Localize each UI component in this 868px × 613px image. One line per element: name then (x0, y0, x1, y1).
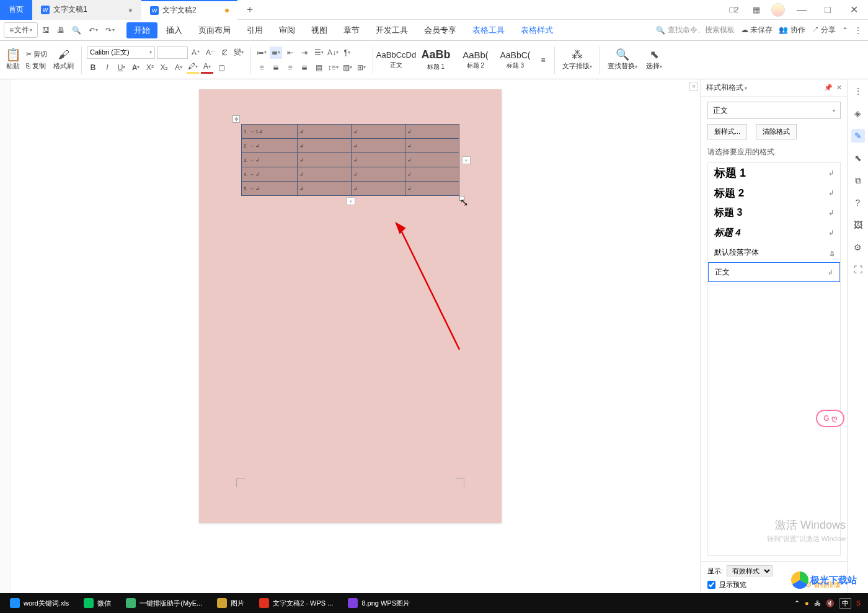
copy-button[interactable]: ⎘ 复制 (26, 61, 47, 71)
style-body[interactable]: AaBbCcDd 正文 (378, 49, 414, 71)
tray-icon[interactable]: S (856, 599, 861, 607)
menutab-devtools[interactable]: 开发工具 (368, 22, 415, 38)
strike-button[interactable]: A̷▾ (130, 61, 142, 74)
menutab-insert[interactable]: 插入 (159, 22, 190, 38)
table-cell[interactable]: ↲ (352, 182, 405, 196)
align-center-button[interactable]: ≣ (270, 61, 282, 74)
table-cell[interactable]: ↲ (405, 153, 459, 167)
tray-icon[interactable]: ● (805, 599, 809, 607)
taskbar-item[interactable]: 图片 (211, 594, 250, 612)
style-item-h1[interactable]: 标题 1↲ (708, 163, 840, 183)
document-table[interactable]: 1. → 1↲↲↲↲ 2. → ↲↲↲↲ 3. → ↲↲↲↲ 4. → ↲↲↲↲… (241, 124, 459, 196)
tab-home[interactable]: 首页 (0, 0, 32, 20)
table-cell[interactable]: 1. → 1↲ (242, 125, 298, 139)
styles-more-button[interactable]: ≡ (537, 54, 549, 66)
subscript-button[interactable]: X₂ (158, 61, 170, 74)
sort-button[interactable]: A↓▾ (327, 46, 339, 59)
border-button[interactable]: ⊞▾ (355, 61, 368, 74)
expand-icon[interactable]: ⛶ (851, 263, 865, 276)
taskbar-item[interactable]: 8.png WPS图片 (342, 594, 416, 612)
clear-format-button[interactable]: 清除格式 (756, 124, 797, 139)
align-left-button[interactable]: ≡ (255, 61, 268, 74)
document-canvas[interactable]: ✥ 1. → 1↲↲↲↲ 2. → ↲↲↲↲ 3. → ↲↲↲↲ 4. → ↲↲… (0, 79, 701, 593)
align-justify-button[interactable]: ≣ (298, 61, 311, 74)
table-cell[interactable]: ↲ (352, 167, 405, 182)
file-menu[interactable]: ≡ 文件 ▾ (4, 22, 38, 38)
tray-net-icon[interactable]: 🖧 (814, 599, 821, 607)
tab-doc1[interactable]: W 文字文稿1 ● (32, 0, 141, 20)
style-item-h3[interactable]: 标题 3↲ (708, 203, 840, 223)
style-item-h2[interactable]: 标题 2↲ (708, 183, 840, 203)
pencil-icon[interactable]: ✎ (851, 129, 865, 143)
taskbar-item[interactable]: word关键词.xls (4, 594, 75, 612)
table-cell[interactable]: ↲ (352, 139, 405, 153)
font-selector[interactable]: Calibri (正文)▾ (87, 46, 155, 59)
style-h2[interactable]: AaBb( 标题 2 (458, 48, 494, 71)
tray-ime[interactable]: 中 (839, 598, 851, 609)
taskbar-item[interactable]: 文字文稿2 - WPS ... (253, 594, 339, 612)
new-style-button[interactable]: 新样式... (707, 124, 747, 139)
style-h1[interactable]: AaBb 标题 1 (418, 47, 454, 73)
findreplace-group[interactable]: 🔍 查找替换▾ (605, 43, 640, 77)
close-button[interactable]: ✕ (844, 1, 863, 19)
bullets-button[interactable]: ≔▾ (255, 46, 268, 59)
textlayout-group[interactable]: ⁂ 文字排版▾ (560, 43, 595, 77)
fontcolor-button[interactable]: A▾ (201, 61, 213, 74)
underline-button[interactable]: U▾ (115, 61, 128, 74)
style-h3[interactable]: AaBbC( 标题 3 (497, 49, 533, 71)
link-icon[interactable]: ⧉ (851, 174, 865, 187)
size-selector[interactable] (157, 46, 188, 59)
scroll-indicator[interactable]: ≡ (689, 82, 698, 90)
indent-dec-button[interactable]: ⇤ (284, 46, 296, 59)
taskbar-item[interactable]: 一键排版助手(MyE... (120, 594, 208, 612)
add-row-button[interactable]: + (347, 197, 355, 205)
highlight-button[interactable]: 🖍▾ (187, 61, 199, 74)
menutab-pagelayout[interactable]: 页面布局 (191, 22, 238, 38)
shade-button[interactable]: ▨▾ (341, 61, 353, 74)
charshade-button[interactable]: ▢ (215, 61, 228, 74)
table-cell[interactable]: 3. → ↲ (242, 153, 298, 167)
italic-button[interactable]: I (101, 61, 113, 74)
undo-button[interactable]: ↶▾ (86, 24, 101, 37)
table-cell[interactable]: ↲ (298, 167, 352, 182)
style-item-h4[interactable]: 标题 4↲ (708, 223, 840, 242)
taskbar-item[interactable]: 微信 (78, 594, 117, 612)
collapse-ribbon-icon[interactable]: ⌃ (842, 26, 848, 35)
tab-doc2[interactable]: W 文字文稿2 (141, 0, 237, 20)
shrink-font-icon[interactable]: A⁻ (204, 46, 216, 59)
showmarks-button[interactable]: ¶▾ (341, 46, 353, 59)
picture-icon[interactable]: 🖼 (851, 218, 865, 232)
table-cell[interactable]: ↲ (298, 153, 352, 167)
table-cell[interactable]: ↲ (405, 139, 459, 153)
tray-volume-icon[interactable]: 🔇 (826, 599, 835, 607)
lineheight-button[interactable]: ↕≡▾ (327, 61, 339, 74)
superscript-button[interactable]: X² (144, 61, 156, 74)
diamond-icon[interactable]: ◈ (851, 107, 865, 120)
cut-button[interactable]: ✂ 剪切 (26, 50, 47, 59)
menutab-member[interactable]: 会员专享 (417, 22, 464, 38)
select-group[interactable]: ⬉ 选择▾ (644, 43, 665, 77)
menutab-reference[interactable]: 引用 (239, 22, 270, 38)
paste-group[interactable]: 📋 粘贴 (4, 43, 22, 77)
save-icon[interactable]: 🖫 (39, 24, 53, 37)
table-cell[interactable]: ↲ (352, 125, 405, 139)
grow-font-icon[interactable]: A⁺ (190, 46, 202, 59)
linespace-button[interactable]: ☰▾ (312, 46, 325, 59)
menutab-tablestyle[interactable]: 表格样式 (513, 22, 560, 38)
resize-handle[interactable]: ⤡ (459, 196, 464, 201)
table-cell[interactable]: ↲ (405, 125, 459, 139)
table-cell[interactable]: 5. → ↲ (242, 182, 298, 196)
table-cell[interactable]: ↲ (298, 125, 352, 139)
menutab-start[interactable]: 开始 (126, 22, 157, 38)
indent-inc-button[interactable]: ⇥ (298, 46, 311, 59)
print-icon[interactable]: 🖶 (54, 24, 68, 37)
distribute-button[interactable]: ▤ (312, 61, 325, 74)
align-right-button[interactable]: ≡ (284, 61, 296, 74)
table-cell[interactable]: 2. → ↲ (242, 139, 298, 153)
close-icon[interactable]: ● (128, 6, 133, 14)
cursor-icon[interactable]: ⬉ (851, 151, 865, 165)
menutab-tabletools[interactable]: 表格工具 (465, 22, 512, 38)
chat-bubble[interactable]: G ღ (816, 410, 844, 427)
phonetic-icon[interactable]: 變▾ (232, 46, 245, 59)
close-panel-icon[interactable]: ✕ (836, 84, 842, 92)
